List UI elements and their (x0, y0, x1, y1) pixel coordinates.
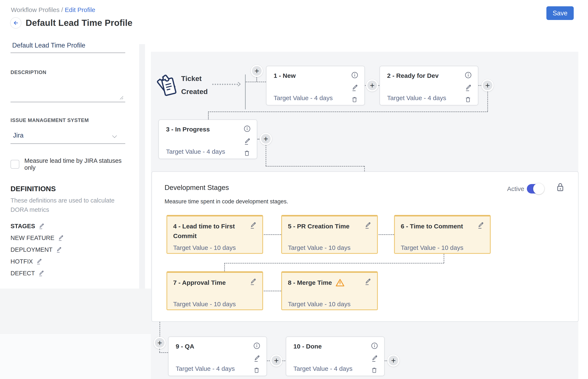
development-stages-panel: Development Stages Measure time spent in… (151, 172, 579, 322)
add-stage-button[interactable]: + (154, 337, 166, 349)
pencil-icon[interactable] (38, 223, 45, 230)
stage-card[interactable]: 9 - QA Target Value - 4 days (168, 336, 267, 376)
connector-line (282, 361, 285, 361)
arrow-head-icon (236, 81, 242, 87)
page-title: Default Lead Time Profile (26, 18, 132, 28)
stage-target-value: Target Value - 4 days (176, 365, 235, 372)
connector-line (444, 254, 444, 263)
description-input[interactable] (11, 77, 125, 102)
pencil-icon[interactable] (465, 84, 472, 92)
breadcrumb-current[interactable]: Edit Profile (65, 6, 95, 13)
info-icon[interactable] (243, 125, 251, 132)
pencil-icon[interactable] (36, 258, 43, 265)
pencil-icon[interactable] (371, 355, 378, 363)
save-button[interactable]: Save (546, 6, 574, 20)
stage-title: 9 - QA (176, 343, 194, 350)
connector-line (266, 145, 266, 166)
plus-icon: + (367, 80, 377, 90)
profile-name-input[interactable] (11, 40, 125, 53)
stage-card[interactable]: 10 - Done Target Value - 4 days (286, 336, 385, 376)
connector-line (378, 85, 379, 86)
definitions-help-text: These definitions are used to calculate … (11, 196, 121, 214)
info-icon[interactable] (371, 342, 378, 349)
plus-icon: + (271, 356, 281, 365)
dev-stage-card[interactable]: 7 - Approval Time Target Value - 10 days (166, 271, 263, 310)
dev-stage-card[interactable]: 6 - Time to Comment Target Value - 10 da… (394, 215, 491, 254)
jira-statuses-checkbox-label: Measure lead time by JIRA statuses only (24, 157, 125, 171)
category-label: HOTFIX (11, 258, 33, 265)
trash-icon[interactable] (465, 96, 472, 103)
sidebar-item-new-feature[interactable]: NEW FEATURE (11, 235, 125, 241)
trash-icon[interactable] (371, 366, 378, 374)
stage-card[interactable]: 1 - New Target Value - 4 days (266, 66, 365, 105)
pencil-icon[interactable] (364, 221, 372, 229)
connector-line (378, 234, 394, 235)
add-stage-button[interactable]: + (260, 133, 272, 145)
dev-stage-card[interactable]: 8 - Merge Time Target Value - 10 days (281, 271, 378, 310)
pencil-icon[interactable] (250, 221, 257, 229)
lock-icon[interactable] (556, 182, 565, 193)
add-stage-button[interactable]: + (270, 354, 283, 367)
connector-line (487, 92, 488, 111)
connector-line (208, 111, 488, 112)
connector-line (245, 75, 246, 109)
connector-line (264, 291, 281, 291)
dev-stage-card[interactable]: 4 - Lead time to First Commit Target Val… (166, 215, 263, 254)
dev-stage-target-value: Target Value - 10 days (288, 300, 350, 308)
breadcrumb-root[interactable]: Workflow Profiles (11, 6, 60, 13)
stages-label: STAGES (11, 223, 35, 230)
pencil-icon[interactable] (244, 138, 251, 145)
connector-line (364, 166, 365, 172)
info-icon[interactable] (253, 342, 261, 349)
connector-line (264, 234, 281, 235)
pencil-icon[interactable] (38, 270, 45, 277)
connector-line (266, 166, 364, 167)
jira-statuses-checkbox[interactable] (11, 160, 19, 169)
add-stage-button[interactable]: + (251, 65, 263, 77)
jira-statuses-checkbox-row[interactable]: Measure lead time by JIRA statuses only (11, 157, 125, 171)
connector-arrow (212, 84, 238, 85)
pencil-icon[interactable] (364, 278, 372, 286)
pencil-icon[interactable] (250, 278, 257, 286)
active-toggle[interactable] (527, 184, 543, 193)
stage-card[interactable]: 2 - Ready for Dev Target Value - 4 days (379, 66, 478, 105)
dev-stage-title: 8 - Merge Time (288, 278, 332, 287)
sidebar-item-hotfix[interactable]: HOTFIX (11, 258, 125, 265)
pencil-icon[interactable] (477, 221, 484, 229)
resize-handle-icon[interactable] (119, 95, 123, 100)
connector-line (224, 263, 444, 264)
sidebar-item-deployment[interactable]: DEPLOYMENT (11, 246, 125, 253)
info-icon[interactable] (465, 71, 472, 79)
back-button[interactable] (10, 17, 21, 29)
connector-line (385, 361, 387, 361)
connector-line (257, 139, 260, 140)
dev-stage-title: 5 - PR Creation Time (288, 221, 349, 231)
issue-system-select[interactable]: Jira (11, 126, 125, 144)
add-stage-button[interactable]: + (387, 354, 399, 367)
plus-icon: + (483, 80, 492, 90)
plus-icon: + (389, 356, 398, 365)
dev-stage-target-value: Target Value - 10 days (173, 244, 236, 251)
dev-stage-card[interactable]: 5 - PR Creation Time Target Value - 10 d… (281, 215, 378, 254)
definitions-title: DEFINITIONS (11, 185, 125, 193)
connector-line (256, 77, 257, 82)
chevron-down-icon (111, 133, 118, 140)
sidebar-item-stages[interactable]: STAGES (11, 223, 125, 230)
pencil-icon[interactable] (56, 247, 62, 253)
issue-system-label: ISSUE MANAGEMENT SYSTEM (11, 117, 125, 123)
pencil-icon[interactable] (58, 235, 64, 241)
sidebar-item-defect[interactable]: DEFECT (11, 270, 125, 277)
add-stage-button[interactable]: + (482, 79, 494, 92)
active-label: Active (507, 185, 524, 192)
trash-icon[interactable] (253, 366, 260, 374)
warning-triangle-icon (335, 278, 345, 287)
trash-icon[interactable] (351, 96, 358, 103)
trash-icon[interactable] (243, 149, 251, 157)
info-icon[interactable] (351, 71, 359, 79)
add-stage-button[interactable]: + (366, 79, 378, 92)
pencil-icon[interactable] (254, 355, 261, 363)
stage-title: 10 - Done (293, 343, 322, 350)
stage-card[interactable]: 3 - In Progress Target Value - 4 days (158, 119, 257, 159)
pencil-icon[interactable] (351, 84, 359, 92)
plus-icon: + (252, 66, 262, 76)
